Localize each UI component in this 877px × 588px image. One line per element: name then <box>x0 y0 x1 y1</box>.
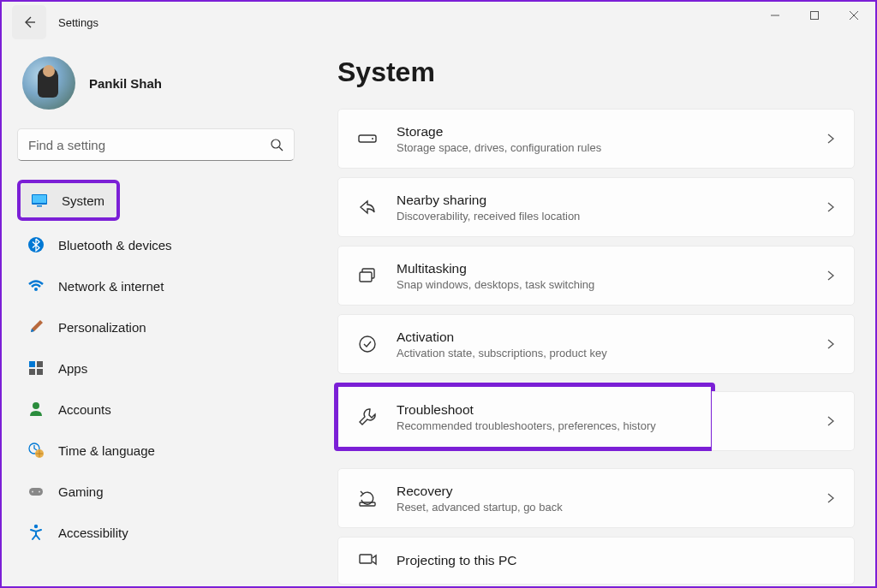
maximize-button[interactable] <box>795 2 834 29</box>
app-title: Settings <box>58 16 98 29</box>
sidebar-item-bluetooth[interactable]: Bluetooth & devices <box>17 228 295 262</box>
titlebar: Settings <box>2 2 875 43</box>
setting-multitasking[interactable]: Multitasking Snap windows, desktops, tas… <box>337 246 855 306</box>
svg-rect-11 <box>29 369 35 375</box>
sidebar-item-label: Apps <box>58 361 87 376</box>
apps-icon <box>27 359 45 377</box>
highlight-system: System <box>17 180 120 221</box>
setting-activation[interactable]: Activation Activation state, subscriptio… <box>337 314 855 374</box>
person-icon <box>27 401 45 418</box>
sidebar-item-label: Gaming <box>58 484 104 499</box>
sidebar-item-label: Accounts <box>58 402 111 417</box>
setting-troubleshoot-ext[interactable] <box>712 391 855 451</box>
sidebar-item-apps[interactable]: Apps <box>17 351 295 385</box>
setting-recovery[interactable]: Recovery Reset, advanced startup, go bac… <box>337 468 855 528</box>
svg-point-18 <box>39 491 40 493</box>
svg-rect-9 <box>29 361 35 367</box>
setting-troubleshoot[interactable]: Troubleshoot Recommended troubleshooters… <box>338 387 711 447</box>
back-button[interactable] <box>12 5 46 39</box>
accessibility-icon <box>27 524 45 541</box>
monitor-icon <box>31 192 48 209</box>
svg-point-13 <box>33 402 39 409</box>
setting-subtitle: Storage space, drives, configuration rul… <box>397 141 825 154</box>
svg-rect-16 <box>29 488 43 496</box>
setting-storage[interactable]: Storage Storage space, drives, configura… <box>337 109 855 169</box>
sidebar-item-system[interactable]: System <box>21 183 116 217</box>
check-circle-icon <box>355 332 379 356</box>
profile-name: Pankil Shah <box>89 76 162 91</box>
wifi-icon <box>27 277 45 294</box>
search-icon <box>270 138 283 151</box>
chevron-right-icon <box>825 201 837 213</box>
window-controls <box>755 2 874 29</box>
sidebar-item-accounts[interactable]: Accounts <box>17 392 295 426</box>
setting-title: Projecting to this PC <box>397 553 837 568</box>
svg-rect-23 <box>360 272 372 282</box>
svg-rect-10 <box>37 361 43 367</box>
project-icon <box>355 549 379 573</box>
profile[interactable]: Pankil Shah <box>22 56 295 110</box>
sidebar-item-label: Network & internet <box>58 279 164 294</box>
setting-subtitle: Reset, advanced startup, go back <box>397 501 825 514</box>
sidebar-item-network[interactable]: Network & internet <box>17 269 295 303</box>
svg-point-21 <box>372 138 373 140</box>
sidebar-item-label: System <box>62 193 104 208</box>
sidebar-item-time[interactable]: Time & language <box>17 433 295 467</box>
sidebar-item-label: Personalization <box>58 320 146 335</box>
recovery-icon <box>355 486 379 510</box>
setting-subtitle: Recommended troubleshooters, preferences… <box>397 419 694 432</box>
setting-title: Recovery <box>397 484 825 499</box>
sidebar-item-gaming[interactable]: Gaming <box>17 474 295 508</box>
svg-point-24 <box>360 336 375 352</box>
clock-globe-icon <box>27 442 45 459</box>
sidebar-item-label: Accessibility <box>58 526 128 540</box>
arrow-left-icon <box>22 15 36 29</box>
bluetooth-icon <box>27 236 45 253</box>
setting-subtitle: Discoverability, received files location <box>397 210 825 223</box>
svg-rect-5 <box>33 195 46 203</box>
wrench-icon <box>355 405 379 429</box>
svg-point-17 <box>32 491 33 493</box>
sidebar-item-personalization[interactable]: Personalization <box>17 310 295 344</box>
brush-icon <box>27 318 45 336</box>
minimize-button[interactable] <box>755 2 795 29</box>
highlight-troubleshoot: Troubleshoot Recommended troubleshooters… <box>334 383 715 451</box>
svg-line-3 <box>279 147 283 151</box>
chevron-right-icon <box>825 133 837 145</box>
svg-point-19 <box>34 525 38 528</box>
chevron-right-icon <box>825 492 837 504</box>
svg-rect-6 <box>37 205 42 207</box>
setting-title: Nearby sharing <box>397 193 825 208</box>
page-title: System <box>337 56 855 88</box>
setting-subtitle: Activation state, subscriptions, product… <box>397 347 825 359</box>
sidebar-item-label: Bluetooth & devices <box>58 238 172 252</box>
svg-rect-12 <box>37 369 43 375</box>
svg-rect-26 <box>360 555 372 563</box>
windows-icon <box>355 264 379 288</box>
setting-nearby[interactable]: Nearby sharing Discoverability, received… <box>337 177 855 237</box>
chevron-right-icon <box>825 338 837 350</box>
share-icon <box>355 195 379 219</box>
setting-title: Storage <box>397 124 825 140</box>
setting-projecting[interactable]: Projecting to this PC <box>337 537 855 585</box>
svg-point-8 <box>34 288 38 291</box>
gamepad-icon <box>27 483 45 500</box>
setting-subtitle: Snap windows, desktops, task switching <box>397 278 825 291</box>
chevron-right-icon <box>825 270 837 282</box>
svg-point-2 <box>271 140 280 148</box>
close-button[interactable] <box>834 2 874 29</box>
svg-rect-1 <box>811 12 819 20</box>
sidebar: Pankil Shah System Bluetooth & devices <box>2 43 310 586</box>
setting-title: Multitasking <box>397 261 825 276</box>
search-input[interactable] <box>28 138 270 152</box>
setting-title: Troubleshoot <box>397 402 694 418</box>
avatar <box>22 56 75 110</box>
chevron-right-icon <box>825 415 837 427</box>
setting-title: Activation <box>397 330 825 345</box>
sidebar-item-accessibility[interactable]: Accessibility <box>17 515 295 549</box>
sidebar-item-label: Time & language <box>58 443 155 458</box>
drive-icon <box>355 127 379 151</box>
search-box[interactable] <box>17 128 295 161</box>
content-area: System Storage Storage space, drives, co… <box>310 43 875 586</box>
